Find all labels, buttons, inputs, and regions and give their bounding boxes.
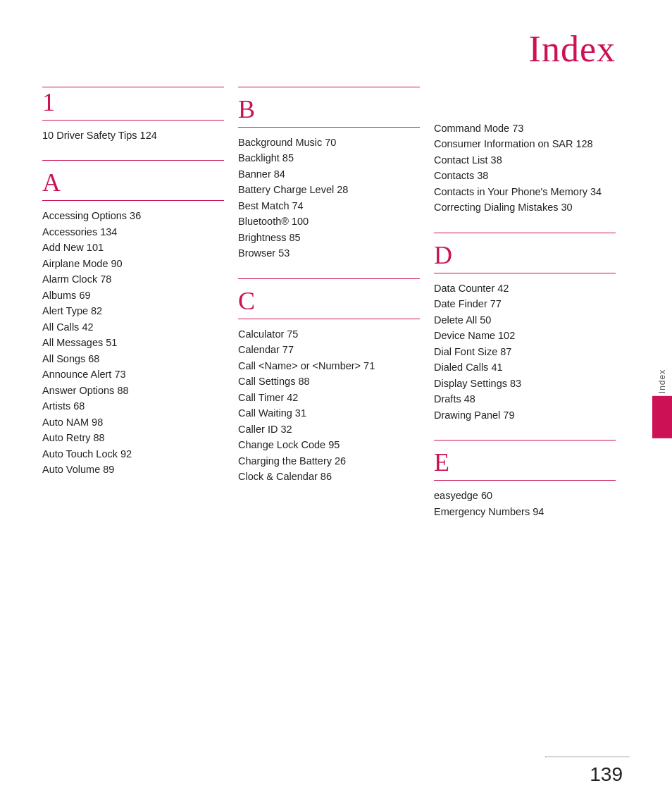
- side-tab-bar: [652, 396, 672, 438]
- entry-e-1: easyedge 60: [434, 488, 616, 503]
- section-heading-1: 1: [42, 87, 224, 117]
- entry-d-7: Display Settings 83: [434, 376, 616, 391]
- page-number: 139: [590, 763, 623, 786]
- entry-b-3: Banner 84: [238, 166, 420, 182]
- entry-cc-3: Contact List 38: [434, 152, 616, 168]
- entry-a-16: Auto Touch Lock 92: [42, 446, 224, 462]
- divider-d-top: [434, 233, 616, 233]
- section-heading-a: A: [42, 168, 224, 197]
- entry-b-2: Backlight 85: [238, 150, 420, 166]
- entry-b-1: Background Music 70: [238, 135, 420, 150]
- divider-c-top: [238, 278, 420, 279]
- entry-a-10: All Songs 68: [42, 351, 224, 366]
- entry-cc-6: Correcting Dialing Mistakes 30: [434, 199, 616, 215]
- entry-c-9: Charging the Battery 26: [238, 453, 420, 469]
- entry-1-1: 10 Driver Safety Tips 124: [42, 128, 224, 143]
- side-tab: Index: [652, 369, 672, 438]
- entry-a-1: Accessing Options 36: [42, 208, 224, 223]
- divider-b-top: [238, 87, 420, 87]
- page-title: Index: [0, 0, 672, 84]
- section-a: A Accessing Options 36 Accessories 134 A…: [42, 160, 224, 477]
- entry-c-10: Clock & Calendar 86: [238, 469, 420, 484]
- section-heading-c: C: [238, 286, 420, 316]
- entry-b-4: Battery Charge Level 28: [238, 182, 420, 197]
- section-heading-d: D: [434, 240, 616, 270]
- section-1: 1 10 Driver Safety Tips 124: [42, 87, 224, 143]
- divider-d-bottom: [434, 273, 616, 273]
- entry-b-6: Bluetooth® 100: [238, 214, 420, 229]
- section-b: B Background Music 70 Backlight 85 Banne…: [238, 87, 420, 261]
- entry-cc-5: Contacts in Your Phone's Memory 34: [434, 184, 616, 199]
- section-d: D Data Counter 42 Date Finder 77 Delete …: [434, 233, 616, 423]
- entry-d-2: Date Finder 77: [434, 296, 616, 312]
- entry-a-15: Auto Retry 88: [42, 430, 224, 445]
- divider-c-bottom: [238, 319, 420, 319]
- entry-a-17: Auto Volume 89: [42, 462, 224, 477]
- bottom-divider: [545, 756, 630, 758]
- divider-e-bottom: [434, 480, 616, 481]
- section-e: E easyedge 60 Emergency Numbers 94: [434, 440, 616, 519]
- entry-d-8: Drafts 48: [434, 391, 616, 407]
- entry-cc-1: Command Mode 73: [434, 121, 616, 136]
- section-c: C Calculator 75 Calendar 77 Call <Name> …: [238, 278, 420, 485]
- column-1: 1 10 Driver Safety Tips 124 A Accessing …: [42, 84, 238, 536]
- entry-a-4: Airplane Mode 90: [42, 256, 224, 271]
- divider-1b: [42, 120, 224, 121]
- section-heading-b: B: [238, 94, 420, 124]
- entry-c-7: Caller ID 32: [238, 421, 420, 437]
- entry-d-4: Device Name 102: [434, 328, 616, 343]
- entry-a-14: Auto NAM 98: [42, 414, 224, 430]
- divider-b-bottom: [238, 127, 420, 128]
- entry-a-8: All Calls 42: [42, 319, 224, 335]
- entry-a-12: Answer Options 88: [42, 383, 224, 398]
- entry-e-2: Emergency Numbers 94: [434, 504, 616, 519]
- entry-cc-4: Contacts 38: [434, 168, 616, 183]
- entry-c-8: Change Lock Code 95: [238, 437, 420, 452]
- side-tab-label: Index: [657, 369, 667, 393]
- entry-b-7: Brightness 85: [238, 230, 420, 245]
- entry-a-11: Announce Alert 73: [42, 366, 224, 382]
- entry-a-9: All Messages 51: [42, 335, 224, 350]
- entry-c-3: Call <Name> or <Number> 71: [238, 358, 420, 374]
- column-2: B Background Music 70 Backlight 85 Banne…: [238, 84, 434, 536]
- entry-d-1: Data Counter 42: [434, 281, 616, 296]
- entry-d-5: Dial Font Size 87: [434, 344, 616, 359]
- entry-d-9: Drawing Panel 79: [434, 407, 616, 423]
- entry-b-5: Best Match 74: [238, 198, 420, 214]
- entry-a-7: Alert Type 82: [42, 303, 224, 319]
- entry-b-8: Browser 53: [238, 245, 420, 261]
- entry-a-5: Alarm Clock 78: [42, 271, 224, 287]
- entry-c-1: Calculator 75: [238, 326, 420, 342]
- entry-a-3: Add New 101: [42, 240, 224, 255]
- section-heading-e: E: [434, 448, 616, 477]
- divider-a-top: [42, 160, 224, 161]
- divider-a-bottom: [42, 200, 224, 201]
- entry-a-13: Artists 68: [42, 398, 224, 414]
- entry-c-4: Call Settings 88: [238, 374, 420, 389]
- section-c-cont: Command Mode 73 Consumer Information on …: [434, 121, 616, 216]
- entry-c-2: Calendar 77: [238, 342, 420, 357]
- divider-e-top: [434, 440, 616, 441]
- entry-d-6: Dialed Calls 41: [434, 359, 616, 375]
- entry-a-6: Albums 69: [42, 288, 224, 303]
- entry-cc-2: Consumer Information on SAR 128: [434, 136, 616, 152]
- entry-c-6: Call Waiting 31: [238, 405, 420, 421]
- entry-a-2: Accessories 134: [42, 224, 224, 240]
- entry-c-5: Call Timer 42: [238, 390, 420, 405]
- entry-d-3: Delete All 50: [434, 312, 616, 328]
- column-3: Command Mode 73 Consumer Information on …: [434, 84, 630, 536]
